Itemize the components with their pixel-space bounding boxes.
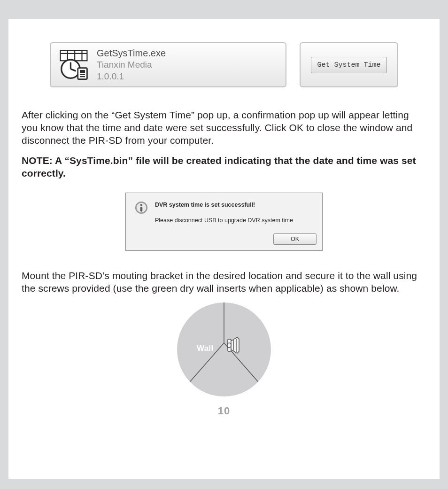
footer-band (0, 479, 448, 489)
get-system-time-panel: Get System Time (300, 42, 398, 87)
svg-rect-0 (61, 50, 87, 61)
paragraph-confirmation: After clicking on the “Get System Time” … (22, 109, 426, 147)
confirmation-dialog: DVR system time is set successfull! Plea… (125, 193, 323, 251)
page-number: 10 (22, 405, 426, 417)
get-system-time-button[interactable]: Get System Time (311, 57, 386, 73)
exe-file-tile: GetSysTime.exe Tianxin Media 1.0.0.1 (50, 42, 286, 87)
exe-filename: GetSysTime.exe (97, 47, 166, 59)
svg-rect-11 (80, 76, 85, 77)
note-paragraph: NOTE: A “SysTime.bin” file will be creat… (22, 155, 426, 180)
svg-rect-15 (140, 207, 143, 212)
dialog-line-1: DVR system time is set successfull! (155, 201, 293, 210)
dialog-ok-button[interactable]: OK (273, 233, 317, 245)
svg-rect-8 (78, 68, 87, 79)
dialog-line-2: Please disconnect USB to upgrade DVR sys… (155, 216, 293, 225)
exe-publisher: Tianxin Media (97, 59, 166, 71)
paragraph-mounting: Mount the PIR-SD’s mouting bracket in th… (22, 270, 426, 295)
svg-point-22 (227, 343, 231, 348)
figure-dialog: DVR system time is set successfull! Plea… (22, 193, 426, 251)
exe-file-icon (57, 48, 90, 81)
exe-version: 1.0.0.1 (97, 71, 166, 83)
wall-diagram: Wall (177, 303, 271, 396)
svg-rect-9 (80, 70, 85, 73)
figure-wall-mount: Wall (22, 303, 426, 396)
svg-rect-10 (80, 74, 85, 75)
header-band (0, 0, 448, 19)
figure-row-1: GetSysTime.exe Tianxin Media 1.0.0.1 Get… (50, 42, 398, 87)
exe-file-meta: GetSysTime.exe Tianxin Media 1.0.0.1 (97, 47, 166, 82)
manual-page: GetSysTime.exe Tianxin Media 1.0.0.1 Get… (8, 19, 440, 479)
info-icon (134, 201, 148, 215)
wall-label: Wall (197, 344, 214, 353)
svg-point-14 (140, 204, 143, 207)
